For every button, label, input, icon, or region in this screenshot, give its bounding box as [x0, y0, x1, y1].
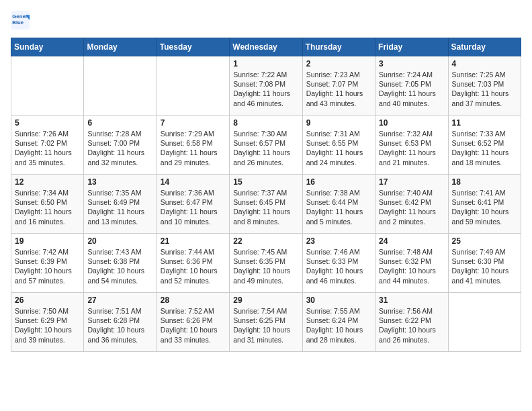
day-cell: 12Sunrise: 7:34 AM Sunset: 6:50 PM Dayli…: [11, 175, 84, 234]
day-cell: 5Sunrise: 7:26 AM Sunset: 7:02 PM Daylig…: [11, 116, 84, 175]
day-cell: 4Sunrise: 7:25 AM Sunset: 7:03 PM Daylig…: [448, 56, 521, 116]
weekday-saturday: Saturday: [448, 38, 521, 56]
day-number: 11: [452, 118, 517, 128]
day-number: 24: [379, 236, 444, 246]
day-cell: 16Sunrise: 7:38 AM Sunset: 6:44 PM Dayli…: [302, 175, 375, 234]
day-cell: 8Sunrise: 7:30 AM Sunset: 6:57 PM Daylig…: [230, 116, 302, 175]
day-info: Sunrise: 7:42 AM Sunset: 6:39 PM Dayligh…: [15, 247, 80, 285]
day-number: 6: [87, 118, 152, 128]
day-info: Sunrise: 7:56 AM Sunset: 6:22 PM Dayligh…: [379, 306, 444, 345]
day-number: 18: [452, 177, 517, 187]
day-info: Sunrise: 7:36 AM Sunset: 6:47 PM Dayligh…: [161, 188, 226, 226]
day-number: 19: [15, 236, 80, 246]
day-info: Sunrise: 7:23 AM Sunset: 7:07 PM Dayligh…: [306, 70, 371, 108]
week-row-2: 5Sunrise: 7:26 AM Sunset: 7:02 PM Daylig…: [11, 116, 521, 175]
day-info: Sunrise: 7:32 AM Sunset: 6:53 PM Dayligh…: [379, 129, 444, 167]
day-cell: 25Sunrise: 7:49 AM Sunset: 6:30 PM Dayli…: [448, 234, 521, 293]
day-number: 22: [233, 236, 298, 246]
day-cell: 6Sunrise: 7:28 AM Sunset: 7:00 PM Daylig…: [84, 116, 157, 175]
day-cell: [157, 56, 229, 116]
weekday-tuesday: Tuesday: [157, 38, 229, 56]
day-number: 25: [452, 236, 517, 246]
day-info: Sunrise: 7:34 AM Sunset: 6:50 PM Dayligh…: [15, 188, 80, 226]
day-cell: 29Sunrise: 7:54 AM Sunset: 6:25 PM Dayli…: [230, 293, 302, 352]
day-cell: 23Sunrise: 7:46 AM Sunset: 6:33 PM Dayli…: [302, 234, 375, 293]
day-info: Sunrise: 7:25 AM Sunset: 7:03 PM Dayligh…: [452, 70, 517, 108]
day-number: 26: [15, 295, 80, 305]
day-info: Sunrise: 7:31 AM Sunset: 6:55 PM Dayligh…: [306, 129, 371, 167]
day-info: Sunrise: 7:38 AM Sunset: 6:44 PM Dayligh…: [306, 188, 371, 226]
day-info: Sunrise: 7:35 AM Sunset: 6:49 PM Dayligh…: [87, 188, 152, 226]
day-info: Sunrise: 7:28 AM Sunset: 7:00 PM Dayligh…: [87, 129, 152, 167]
page-header: General Blue: [11, 11, 521, 30]
day-info: Sunrise: 7:45 AM Sunset: 6:35 PM Dayligh…: [233, 247, 298, 285]
day-number: 10: [379, 118, 444, 128]
day-number: 29: [233, 295, 298, 305]
day-number: 8: [233, 118, 298, 128]
day-cell: 24Sunrise: 7:48 AM Sunset: 6:32 PM Dayli…: [375, 234, 448, 293]
day-number: 15: [233, 177, 298, 187]
day-info: Sunrise: 7:48 AM Sunset: 6:32 PM Dayligh…: [379, 247, 444, 285]
day-cell: 22Sunrise: 7:45 AM Sunset: 6:35 PM Dayli…: [230, 234, 302, 293]
day-cell: 15Sunrise: 7:37 AM Sunset: 6:45 PM Dayli…: [230, 175, 302, 234]
day-number: 17: [379, 177, 444, 187]
day-cell: [11, 56, 84, 116]
day-info: Sunrise: 7:24 AM Sunset: 7:05 PM Dayligh…: [379, 70, 444, 108]
day-info: Sunrise: 7:50 AM Sunset: 6:29 PM Dayligh…: [15, 306, 80, 345]
day-info: Sunrise: 7:54 AM Sunset: 6:25 PM Dayligh…: [233, 306, 298, 345]
day-number: 23: [306, 236, 371, 246]
day-cell: 19Sunrise: 7:42 AM Sunset: 6:39 PM Dayli…: [11, 234, 84, 293]
day-info: Sunrise: 7:44 AM Sunset: 6:36 PM Dayligh…: [161, 247, 226, 285]
day-cell: 27Sunrise: 7:51 AM Sunset: 6:28 PM Dayli…: [84, 293, 157, 352]
day-info: Sunrise: 7:22 AM Sunset: 7:08 PM Dayligh…: [233, 70, 298, 108]
day-info: Sunrise: 7:51 AM Sunset: 6:28 PM Dayligh…: [87, 306, 152, 345]
day-info: Sunrise: 7:41 AM Sunset: 6:41 PM Dayligh…: [452, 188, 517, 226]
weekday-sunday: Sunday: [11, 38, 84, 56]
day-info: Sunrise: 7:29 AM Sunset: 6:58 PM Dayligh…: [161, 129, 226, 167]
day-cell: 17Sunrise: 7:40 AM Sunset: 6:42 PM Dayli…: [375, 175, 448, 234]
day-info: Sunrise: 7:49 AM Sunset: 6:30 PM Dayligh…: [452, 247, 517, 285]
weekday-header-row: SundayMondayTuesdayWednesdayThursdayFrid…: [11, 38, 521, 56]
day-number: 21: [161, 236, 226, 246]
day-cell: [448, 293, 521, 352]
weekday-wednesday: Wednesday: [230, 38, 302, 56]
day-number: 9: [306, 118, 371, 128]
day-cell: 20Sunrise: 7:43 AM Sunset: 6:38 PM Dayli…: [84, 234, 157, 293]
week-row-5: 26Sunrise: 7:50 AM Sunset: 6:29 PM Dayli…: [11, 293, 521, 352]
day-number: 4: [452, 59, 517, 68]
day-cell: 1Sunrise: 7:22 AM Sunset: 7:08 PM Daylig…: [230, 56, 302, 116]
weekday-thursday: Thursday: [302, 38, 375, 56]
day-number: 28: [161, 295, 226, 305]
logo: General Blue: [11, 11, 32, 30]
day-number: 27: [87, 295, 152, 305]
day-info: Sunrise: 7:37 AM Sunset: 6:45 PM Dayligh…: [233, 188, 298, 226]
day-cell: 30Sunrise: 7:55 AM Sunset: 6:24 PM Dayli…: [302, 293, 375, 352]
calendar-table: SundayMondayTuesdayWednesdayThursdayFrid…: [11, 38, 521, 352]
calendar-body: 1Sunrise: 7:22 AM Sunset: 7:08 PM Daylig…: [11, 56, 521, 352]
weekday-friday: Friday: [375, 38, 448, 56]
day-cell: 2Sunrise: 7:23 AM Sunset: 7:07 PM Daylig…: [302, 56, 375, 116]
day-cell: 3Sunrise: 7:24 AM Sunset: 7:05 PM Daylig…: [375, 56, 448, 116]
day-cell: 9Sunrise: 7:31 AM Sunset: 6:55 PM Daylig…: [302, 116, 375, 175]
day-cell: 10Sunrise: 7:32 AM Sunset: 6:53 PM Dayli…: [375, 116, 448, 175]
day-number: 13: [87, 177, 152, 187]
day-info: Sunrise: 7:52 AM Sunset: 6:26 PM Dayligh…: [161, 306, 226, 345]
day-cell: [84, 56, 157, 116]
day-cell: 31Sunrise: 7:56 AM Sunset: 6:22 PM Dayli…: [375, 293, 448, 352]
day-number: 16: [306, 177, 371, 187]
day-cell: 14Sunrise: 7:36 AM Sunset: 6:47 PM Dayli…: [157, 175, 229, 234]
weekday-monday: Monday: [84, 38, 157, 56]
svg-text:Blue: Blue: [12, 19, 24, 26]
day-info: Sunrise: 7:40 AM Sunset: 6:42 PM Dayligh…: [379, 188, 444, 226]
day-number: 30: [306, 295, 371, 305]
day-cell: 21Sunrise: 7:44 AM Sunset: 6:36 PM Dayli…: [157, 234, 229, 293]
week-row-1: 1Sunrise: 7:22 AM Sunset: 7:08 PM Daylig…: [11, 56, 521, 116]
day-info: Sunrise: 7:30 AM Sunset: 6:57 PM Dayligh…: [233, 129, 298, 167]
day-cell: 13Sunrise: 7:35 AM Sunset: 6:49 PM Dayli…: [84, 175, 157, 234]
day-number: 5: [15, 118, 80, 128]
day-cell: 7Sunrise: 7:29 AM Sunset: 6:58 PM Daylig…: [157, 116, 229, 175]
day-number: 3: [379, 59, 444, 68]
day-cell: 26Sunrise: 7:50 AM Sunset: 6:29 PM Dayli…: [11, 293, 84, 352]
day-number: 7: [161, 118, 226, 128]
day-cell: 11Sunrise: 7:33 AM Sunset: 6:52 PM Dayli…: [448, 116, 521, 175]
